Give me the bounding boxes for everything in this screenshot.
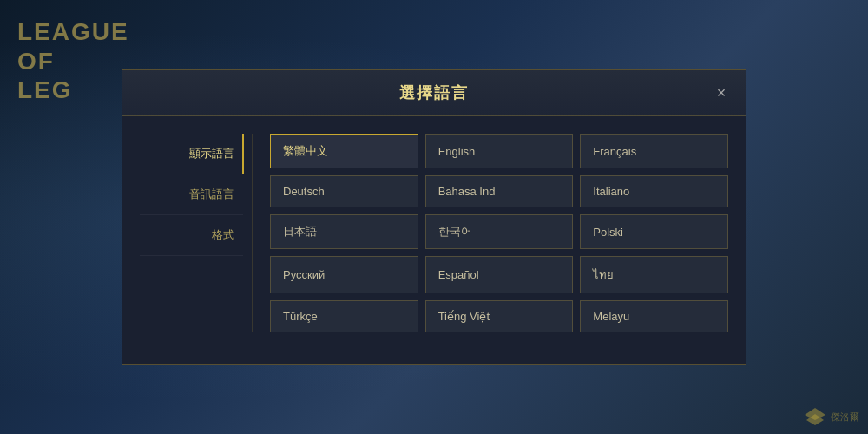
watermark: 傑洛爾 xyxy=(805,408,859,425)
watermark-text: 傑洛爾 xyxy=(831,411,859,424)
lang-btn-pl[interactable]: Polski xyxy=(580,214,728,249)
sidebar-item-voice[interactable]: 音訊語言 xyxy=(140,174,243,215)
lang-btn-ja[interactable]: 日本語 xyxy=(270,214,418,249)
sidebar-item-display[interactable]: 顯示語言 xyxy=(140,134,243,174)
lang-btn-zh-tw[interactable]: 繁體中文 xyxy=(270,134,418,168)
close-button[interactable]: × xyxy=(711,82,732,103)
lang-btn-th[interactable]: ไทย xyxy=(580,256,728,293)
lang-btn-tr[interactable]: Türkçe xyxy=(270,300,418,332)
settings-sidebar: 顯示語言音訊語言格式 xyxy=(140,134,253,332)
modal-body: 顯示語言音訊語言格式 繁體中文EnglishFrançaisDeutschBah… xyxy=(122,116,746,350)
language-grid: 繁體中文EnglishFrançaisDeutschBahasa IndItal… xyxy=(253,134,728,332)
lang-btn-en[interactable]: English xyxy=(425,134,574,168)
lang-btn-es[interactable]: Español xyxy=(425,256,574,293)
lang-btn-ms[interactable]: Melayu xyxy=(580,300,728,332)
lang-btn-fr[interactable]: Français xyxy=(580,134,728,168)
lang-btn-ko[interactable]: 한국어 xyxy=(425,214,574,249)
sidebar-item-format[interactable]: 格式 xyxy=(140,215,243,256)
lang-btn-ru[interactable]: Русский xyxy=(270,256,418,293)
watermark-icon xyxy=(805,408,825,425)
lang-btn-id[interactable]: Bahasa Ind xyxy=(425,175,574,207)
language-dialog: 選擇語言 × 顯示語言音訊語言格式 繁體中文EnglishFrançaisDeu… xyxy=(122,69,746,365)
lang-btn-vi[interactable]: Tiếng Việt xyxy=(425,300,574,332)
modal-header: 選擇語言 × xyxy=(122,70,746,116)
modal-overlay: 選擇語言 × 顯示語言音訊語言格式 繁體中文EnglishFrançaisDeu… xyxy=(0,0,868,434)
lang-btn-it[interactable]: Italiano xyxy=(580,175,728,207)
lang-btn-de[interactable]: Deutsch xyxy=(270,175,418,207)
modal-title: 選擇語言 xyxy=(399,84,469,102)
